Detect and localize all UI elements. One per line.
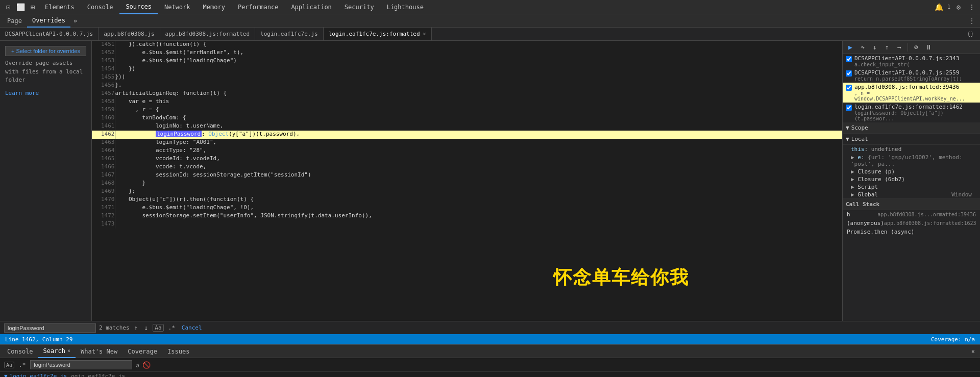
file-tab-login[interactable]: login.eaf1fc7e.js bbox=[255, 28, 324, 41]
bottom-panel-close[interactable]: × bbox=[968, 348, 978, 355]
prev-match-btn[interactable]: ↑ bbox=[133, 324, 140, 332]
right-panel: ▶ ↷ ↓ ↑ → ⊘ ⏸ DCSAPPClientAPI-0.0.0.7.js… bbox=[842, 41, 980, 321]
line-number: 1454 bbox=[92, 65, 115, 73]
breakpoint-item-3[interactable]: app.b8fd0308.js:formatted:39436 , n = wi… bbox=[843, 83, 980, 103]
breakpoint-code-3: , n = window.DCSAPPClientAPI.workKey_ne.… bbox=[854, 90, 977, 102]
step-into-button[interactable]: ↓ bbox=[869, 42, 880, 53]
breakpoint-checkbox-4[interactable] bbox=[846, 105, 852, 111]
tab-memory[interactable]: Memory bbox=[197, 0, 232, 14]
closure-6db7[interactable]: ▶ Closure (6db7) bbox=[843, 175, 980, 183]
notification-icon[interactable]: 🔔 bbox=[933, 1, 945, 13]
settings-icon[interactable]: ⚙ bbox=[952, 1, 965, 13]
select-folder-button[interactable]: + Select folder for overrides bbox=[5, 46, 86, 56]
bottom-tab-issues[interactable]: Issues bbox=[162, 345, 194, 358]
search-result-file-1[interactable]: ▼ login.eaf1fc7e.js ogin.eaf1fc7e.js bbox=[0, 372, 980, 377]
cancel-search-btn[interactable]: Cancel bbox=[182, 324, 202, 331]
chinese-text-overlay: 怀念单车给你我 bbox=[553, 265, 689, 290]
code-line-1457: 1457artificialLoginReq: function(t) { bbox=[92, 90, 842, 98]
step-out-button[interactable]: ↑ bbox=[881, 42, 893, 53]
next-match-btn[interactable]: ↓ bbox=[142, 324, 150, 332]
breakpoint-checkbox-1[interactable] bbox=[846, 56, 852, 62]
tab-sources[interactable]: Sources bbox=[119, 0, 158, 14]
match-case-btn[interactable]: Aa bbox=[153, 324, 163, 332]
search-results[interactable]: ▼ login.eaf1fc7e.js ogin.eaf1fc7e.js ...… bbox=[0, 372, 980, 377]
file-tab-dcsapp[interactable]: DCSAPPClientAPI-0.0.0.7.js bbox=[0, 28, 99, 41]
step-over-button[interactable]: ↷ bbox=[857, 42, 868, 53]
line-code: })) bbox=[115, 73, 842, 82]
bottom-panel: Console Search × What's New Coverage Iss… bbox=[0, 344, 980, 377]
bottom-tab-search[interactable]: Search × bbox=[38, 345, 76, 358]
breakpoint-item-4[interactable]: login.eaf1fc7e.js:formatted:1462 loginPa… bbox=[843, 103, 980, 122]
closure-p[interactable]: ▶ Closure (p) bbox=[843, 168, 980, 175]
call-stack-item-anon[interactable]: (anonymous) app.b8fd0308.js:formatted:16… bbox=[843, 219, 980, 228]
tab-security[interactable]: Security bbox=[338, 0, 381, 14]
tab-network[interactable]: Network bbox=[158, 0, 197, 14]
local-scope-header[interactable]: ▼ Local bbox=[843, 134, 980, 145]
code-line-1467: 1467 sessionId: sessionStorage.getItem("… bbox=[92, 171, 842, 180]
search-clear-btn[interactable]: 🚫 bbox=[142, 361, 151, 369]
more-tools-icon[interactable]: ⊞ bbox=[27, 1, 39, 13]
line-number: 1459 bbox=[92, 106, 115, 114]
search-case-toggle[interactable]: Aa bbox=[4, 362, 14, 368]
bottom-tab-coverage[interactable]: Coverage bbox=[122, 345, 162, 358]
bottom-search-input[interactable] bbox=[30, 360, 132, 369]
file-tab-app-b8fd[interactable]: app.b8fd0308.js bbox=[99, 28, 160, 41]
line-number: 1453 bbox=[92, 57, 115, 65]
line-number: 1467 bbox=[92, 171, 115, 180]
breakpoint-item-2[interactable]: DCSAPPClientAPI-0.0.0.7.js:2559 return n… bbox=[843, 68, 980, 83]
scope-collapse-icon: ▼ bbox=[846, 124, 849, 131]
pretty-print-icon[interactable]: {} bbox=[967, 31, 974, 37]
resume-button[interactable]: ▶ bbox=[845, 42, 856, 53]
scope-e[interactable]: ▶ e: {url: 'gsp/uc10002', method: 'post'… bbox=[843, 154, 980, 168]
line-code: loginNo: t.userName, bbox=[115, 122, 842, 131]
learn-more-link[interactable]: Learn more bbox=[5, 90, 86, 96]
tab-application[interactable]: Application bbox=[285, 0, 338, 14]
more-vert-icon[interactable]: ⋮ bbox=[966, 1, 978, 13]
code-line-1451: 1451 }).catch((function(t) { bbox=[92, 41, 842, 49]
code-line-1464: 1464 acctType: "28", bbox=[92, 147, 842, 155]
tab-overrides[interactable]: Overrides bbox=[27, 14, 70, 28]
breakpoint-label-3: app.b8fd0308.js:formatted:39436 bbox=[854, 84, 959, 90]
search-regex-toggle[interactable]: .* bbox=[17, 362, 27, 368]
dock-icon[interactable]: ⊡ bbox=[2, 1, 14, 13]
call-stack-item-h[interactable]: h app.b8fd0308.js...ormatted:39436 bbox=[843, 210, 980, 219]
inline-search-input[interactable] bbox=[4, 323, 96, 333]
search-refresh-btn[interactable]: ↺ bbox=[135, 361, 139, 369]
file-tab-close[interactable]: × bbox=[423, 31, 426, 37]
tab-console[interactable]: Console bbox=[81, 0, 120, 14]
tab-elements[interactable]: Elements bbox=[39, 0, 81, 14]
regex-btn[interactable]: .* bbox=[167, 324, 177, 331]
file-tab-app-b8fd-formatted[interactable]: app.b8fd0308.js:formatted bbox=[160, 28, 256, 41]
breakpoints-section: DCSAPPClientAPI-0.0.0.7.js:2343 a.check_… bbox=[843, 54, 980, 122]
line-number: 1471 bbox=[92, 204, 115, 212]
pause-on-exceptions[interactable]: ⏸ bbox=[923, 42, 934, 53]
breakpoint-checkbox-3[interactable] bbox=[846, 85, 852, 91]
scope-header[interactable]: ▼ Scope bbox=[843, 122, 980, 134]
tab-page[interactable]: Page bbox=[2, 14, 27, 28]
code-line-1454: 1454 }) bbox=[92, 65, 842, 73]
step-button[interactable]: → bbox=[894, 42, 905, 53]
line-code: } bbox=[115, 180, 842, 188]
scope-script[interactable]: ▶ Script bbox=[843, 183, 980, 191]
secondary-kebab[interactable]: ⋮ bbox=[966, 17, 978, 24]
breakpoint-checkbox-2[interactable] bbox=[846, 70, 852, 77]
file-tab-login-formatted[interactable]: login.eaf1fc7e.js:formatted × bbox=[324, 28, 432, 41]
breakpoint-item-1[interactable]: DCSAPPClientAPI-0.0.0.7.js:2343 a.check_… bbox=[843, 54, 980, 68]
bottom-tab-console[interactable]: Console bbox=[2, 345, 38, 358]
call-stack-item-promise[interactable]: Promise.then (async) bbox=[843, 228, 980, 236]
undock-icon[interactable]: ⬜ bbox=[14, 1, 27, 13]
devtools-top-bar: ⊡ ⬜ ⊞ Elements Console Sources Network M… bbox=[0, 0, 980, 14]
debugger-toolbar: ▶ ↷ ↓ ↑ → ⊘ ⏸ bbox=[843, 41, 980, 54]
bottom-tab-whatsnew[interactable]: What's New bbox=[76, 345, 122, 358]
more-tabs-btn[interactable]: » bbox=[70, 14, 80, 28]
search-tab-close[interactable]: × bbox=[67, 348, 70, 354]
code-area[interactable]: 1451 }).catch((function(t) {1452 e.$bus.… bbox=[92, 41, 842, 321]
code-line-1462: 1462 loginPassword: Object(y["a"])(t.pas… bbox=[92, 131, 842, 139]
deactivate-breakpoints[interactable]: ⊘ bbox=[911, 42, 922, 53]
tab-lighthouse[interactable]: Lighthouse bbox=[381, 0, 430, 14]
scope-global[interactable]: ▶ Global Window bbox=[843, 191, 980, 198]
breakpoint-label-2: DCSAPPClientAPI-0.0.0.7.js:2559 bbox=[854, 69, 959, 76]
top-right-icons: 🔔 1 ⚙ ⋮ bbox=[933, 1, 978, 13]
secondary-bar: Page Overrides » ⋮ bbox=[0, 14, 980, 28]
tab-performance[interactable]: Performance bbox=[232, 0, 285, 14]
